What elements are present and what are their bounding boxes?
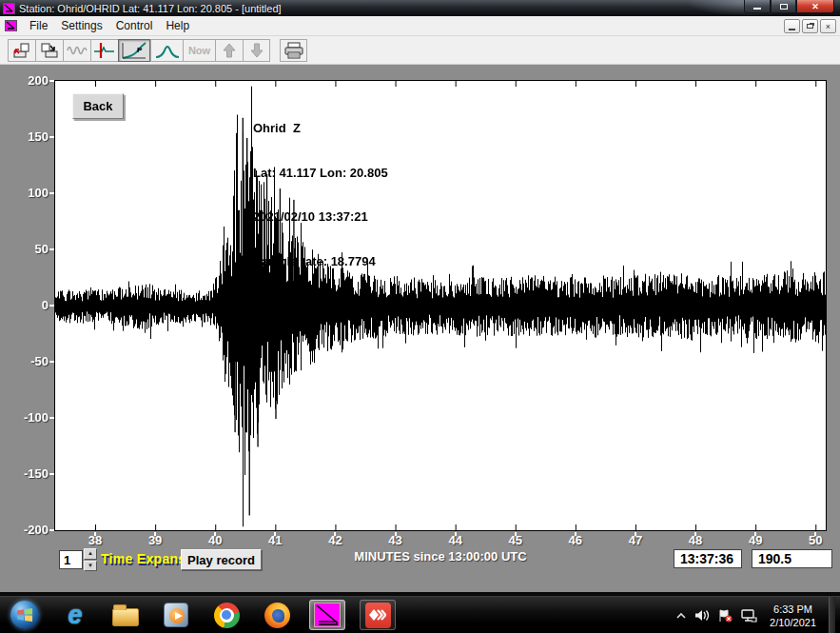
x-tick-mark — [694, 532, 696, 536]
y-tick-label: 150 — [0, 129, 49, 144]
spinner-down-button[interactable]: ▼ — [84, 561, 97, 572]
network-icon[interactable] — [741, 609, 757, 623]
scroll-up-button — [215, 39, 243, 62]
minimize-icon — [753, 8, 761, 10]
close-button[interactable]: ✕ — [796, 0, 834, 13]
play-record-button[interactable]: Play record — [181, 549, 262, 570]
x-tick-mark — [334, 532, 336, 536]
taskbar-amaseis-active[interactable] — [309, 600, 345, 630]
maximize-button[interactable] — [771, 0, 796, 13]
taskbar-remote-app[interactable] — [360, 600, 396, 630]
travel-time-curve-button[interactable]: P — [118, 39, 150, 62]
mdi-close-button[interactable]: × — [820, 19, 836, 33]
pick-arrival-button[interactable] — [90, 39, 118, 62]
minimize-button[interactable] — [744, 0, 771, 13]
spinner-up-button[interactable]: ▲ — [84, 548, 97, 560]
red-remote-app-icon — [365, 603, 391, 628]
y-tick-label: -150 — [0, 466, 49, 481]
taskbar-clock[interactable]: 6:33 PM 2/10/2021 — [766, 603, 820, 629]
now-button: Now — [183, 39, 215, 62]
y-tick-label: -50 — [0, 354, 49, 368]
y-tick-mark — [49, 248, 54, 250]
maximize-icon — [780, 4, 788, 10]
menu-bar: File Settings Control Help × — [0, 16, 840, 36]
save-file-icon — [40, 42, 59, 59]
cursor-time-field[interactable] — [674, 549, 742, 568]
time-expansion-input[interactable] — [59, 550, 83, 569]
show-desktop-button[interactable] — [829, 597, 835, 633]
amaseis-seismograph-icon — [314, 603, 341, 627]
x-tick-mark — [274, 532, 276, 536]
y-tick-mark — [49, 473, 54, 475]
x-axis-title: MINUTES since 13:00:00 UTC — [295, 549, 586, 564]
annotation-sample-rate: Sample rate: 18.7794 — [253, 254, 388, 269]
annotation-location: Lat: 41.117 Lon: 20.805 — [253, 166, 388, 181]
taskbar: e — [0, 596, 840, 633]
mdi-minimize-button[interactable] — [784, 19, 800, 33]
folder-icon — [112, 608, 139, 626]
y-tick-mark — [49, 361, 54, 363]
annotation-datetime: 2021/02/10 13:37:21 — [253, 209, 388, 225]
annotation-filtering: No filtering — [253, 298, 388, 313]
x-tick-mark — [814, 532, 816, 536]
window-controls: ✕ — [744, 0, 834, 13]
x-tick-mark — [635, 532, 636, 536]
menu-settings[interactable]: Settings — [54, 17, 108, 34]
pick-arrival-icon — [93, 42, 116, 59]
menu-help[interactable]: Help — [159, 17, 196, 34]
y-tick-label: 0 — [0, 298, 49, 312]
start-button[interactable] — [7, 600, 43, 630]
y-tick-mark — [49, 192, 54, 194]
helicorder-wave-icon — [67, 43, 88, 58]
speaker-icon[interactable] — [694, 609, 710, 622]
taskbar-media-player[interactable] — [158, 600, 194, 630]
y-tick-label: -200 — [0, 523, 49, 537]
hidden-icons-arrow[interactable] — [676, 612, 686, 620]
internet-explorer-icon: e — [68, 603, 82, 627]
svg-text:P: P — [137, 46, 143, 54]
filter-bell-icon — [155, 42, 180, 59]
extract-file-button[interactable] — [8, 39, 35, 62]
clock-time: 6:33 PM — [770, 603, 816, 616]
x-tick-mark — [154, 532, 156, 536]
seismogram-canvas[interactable] — [55, 81, 826, 530]
x-tick-mark — [575, 532, 576, 536]
seismogram-plot: Back Ohrid Z Lat: 41.117 Lon: 20.805 202… — [54, 80, 827, 531]
mdi-restore-button[interactable] — [802, 19, 818, 33]
menu-file[interactable]: File — [23, 17, 54, 34]
taskbar-file-explorer[interactable] — [107, 600, 144, 630]
extract-file-icon — [12, 42, 31, 59]
helicorder-view-button — [63, 39, 90, 62]
y-tick-label: 100 — [0, 186, 49, 200]
y-tick-mark — [49, 80, 54, 82]
taskbar-chrome[interactable] — [208, 600, 244, 630]
now-label: Now — [188, 45, 210, 56]
back-button[interactable]: Back — [72, 93, 124, 119]
print-button[interactable] — [280, 39, 307, 62]
annotation-station-channel: Ohrid Z — [253, 121, 388, 136]
scroll-down-icon — [250, 43, 264, 58]
media-player-icon — [164, 603, 188, 627]
save-file-button[interactable] — [35, 39, 63, 62]
desktop: Station: Ohrid/OHRID Lat: 41.117 Lon: 20… — [0, 0, 840, 633]
x-tick-mark — [395, 532, 397, 536]
action-center-flag-icon[interactable] — [718, 609, 733, 623]
taskbar-firefox[interactable] — [259, 600, 295, 630]
cursor-amplitude-field[interactable] — [752, 549, 832, 568]
y-tick-label: 200 — [0, 73, 49, 88]
menu-control[interactable]: Control — [109, 17, 160, 34]
y-tick-mark — [49, 529, 54, 531]
x-tick-mark — [455, 532, 457, 536]
chrome-icon — [214, 603, 240, 628]
clock-date: 2/10/2021 — [770, 616, 816, 629]
child-window-seismograph-icon[interactable] — [5, 20, 17, 31]
taskbar-items: e — [0, 600, 396, 630]
mdi-window-controls: × — [784, 19, 836, 33]
y-tick-label: 50 — [0, 242, 49, 256]
filter-button[interactable] — [150, 39, 183, 62]
y-tick-mark — [49, 305, 54, 307]
x-tick-mark — [515, 532, 517, 536]
app-seismograph-icon — [3, 3, 15, 14]
taskbar-internet-explorer[interactable]: e — [57, 600, 93, 630]
trace-annotation: Ohrid Z Lat: 41.117 Lon: 20.805 2021/02/… — [253, 91, 388, 343]
